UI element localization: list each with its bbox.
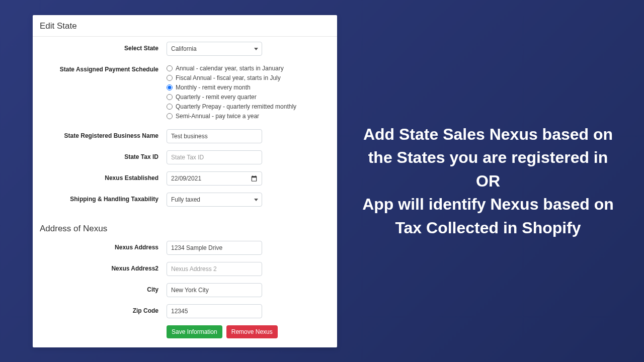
schedule-radio[interactable] xyxy=(167,94,173,100)
nexus-address2-input[interactable] xyxy=(167,262,262,276)
schedule-radio[interactable] xyxy=(167,104,173,110)
schedule-option-label: Quarterly Prepay - quarterly remitted mo… xyxy=(176,103,296,110)
zip-input[interactable] xyxy=(167,304,262,318)
remove-nexus-button[interactable]: Remove Nexus xyxy=(226,325,278,338)
schedule-option[interactable]: Annual - calendar year, starts in Januar… xyxy=(167,65,330,72)
label-city: City xyxy=(40,283,167,293)
schedule-option-label: Semi-Annual - pay twice a year xyxy=(176,113,259,120)
address-section-title: Address of Nexus xyxy=(33,219,337,238)
state-tax-id-input[interactable] xyxy=(167,150,262,164)
label-nexus-address: Nexus Address xyxy=(40,241,167,251)
schedule-option-label: Quarterly - remit every quarter xyxy=(176,94,257,101)
edit-state-card: Edit State Select State California State… xyxy=(33,15,337,347)
schedule-radio[interactable] xyxy=(167,113,173,119)
schedule-option[interactable]: Fiscal Annual - fiscal year, starts in J… xyxy=(167,74,330,81)
label-zip: Zip Code xyxy=(40,304,167,314)
label-business-name: State Registered Business Name xyxy=(40,129,167,139)
schedule-option[interactable]: Quarterly Prepay - quarterly remitted mo… xyxy=(167,103,330,110)
schedule-option-label: Annual - calendar year, starts in Januar… xyxy=(176,65,284,72)
label-shipping-tax: Shipping & Handling Taxability xyxy=(40,193,167,203)
label-select-state: Select State xyxy=(40,42,167,52)
schedule-radio[interactable] xyxy=(167,75,173,81)
schedule-option[interactable]: Quarterly - remit every quarter xyxy=(167,94,330,101)
schedule-option[interactable]: Semi-Annual - pay twice a year xyxy=(167,113,330,120)
label-nexus-address2: Nexus Address2 xyxy=(40,262,167,272)
select-state-dropdown[interactable]: California xyxy=(167,42,262,56)
promo-text: Add State Sales Nexus based on the State… xyxy=(337,123,624,239)
schedule-radio[interactable] xyxy=(167,84,173,90)
payment-schedule-options: Annual - calendar year, starts in Januar… xyxy=(167,63,330,122)
save-information-button[interactable]: Save Information xyxy=(167,325,222,338)
label-payment-schedule: State Assigned Payment Schedule xyxy=(40,63,167,73)
label-nexus-established: Nexus Established xyxy=(40,171,167,182)
schedule-option-label: Monthly - remit every month xyxy=(176,84,251,91)
calendar-icon xyxy=(251,175,258,182)
business-name-input[interactable] xyxy=(167,129,262,143)
schedule-option[interactable]: Monthly - remit every month xyxy=(167,84,330,91)
edit-state-form: Select State California State Assigned P… xyxy=(33,37,337,219)
nexus-date-value: 22/09/2021 xyxy=(171,175,201,182)
card-title: Edit State xyxy=(33,15,337,37)
label-state-tax-id: State Tax ID xyxy=(40,150,167,160)
nexus-address-input[interactable] xyxy=(167,241,262,255)
schedule-radio[interactable] xyxy=(167,65,173,71)
city-input[interactable] xyxy=(167,283,262,297)
shipping-taxability-dropdown[interactable]: Fully taxed xyxy=(167,193,262,207)
schedule-option-label: Fiscal Annual - fiscal year, starts in J… xyxy=(176,74,281,81)
nexus-established-date[interactable]: 22/09/2021 xyxy=(167,171,262,186)
